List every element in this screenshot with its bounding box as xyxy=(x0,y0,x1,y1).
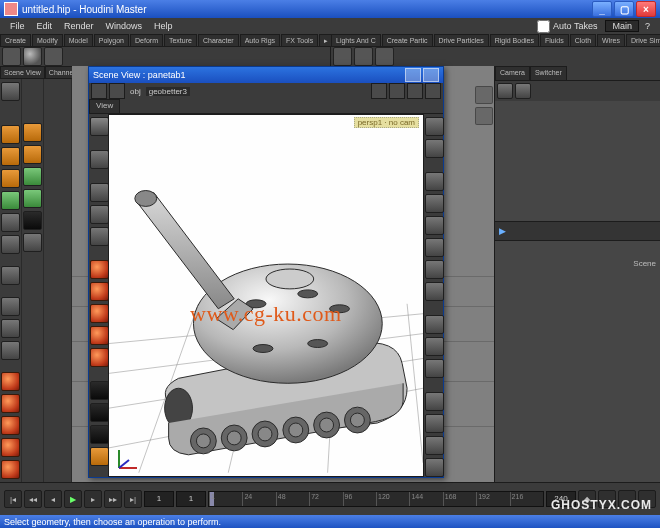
fw-render-3-icon[interactable] xyxy=(90,304,109,323)
arrow-tool-icon[interactable] xyxy=(1,82,20,101)
path-gear-icon[interactable] xyxy=(407,83,423,99)
tl-play-icon[interactable]: ▶ xyxy=(64,490,82,508)
shelf-tube-icon[interactable] xyxy=(44,47,63,66)
fwr-display-2-icon[interactable] xyxy=(425,194,444,213)
vp-eye-icon[interactable] xyxy=(475,107,493,125)
fwr-display-6-icon[interactable] xyxy=(425,282,444,301)
crumb-obj[interactable]: obj xyxy=(127,87,144,96)
fwr-misc-1-icon[interactable] xyxy=(425,392,444,411)
select-tool-icon[interactable] xyxy=(1,266,20,285)
shelf-tab-drivesimula[interactable]: Drive Simula xyxy=(626,34,660,46)
tool-orange-3-icon[interactable] xyxy=(1,169,20,188)
tl-prev-icon[interactable]: ◂ xyxy=(44,490,62,508)
render-tool-4-icon[interactable] xyxy=(1,438,20,457)
fwr-shade-2-icon[interactable] xyxy=(425,337,444,356)
scale-tool-icon[interactable] xyxy=(1,341,20,360)
fw-arrow-icon[interactable] xyxy=(90,150,109,169)
tool2-black-icon[interactable] xyxy=(23,211,42,230)
shelf-right-icon-2[interactable] xyxy=(354,47,373,66)
fwr-display-5-icon[interactable] xyxy=(425,260,444,279)
menu-file[interactable]: File xyxy=(4,21,31,31)
tl-first-icon[interactable]: |◂ xyxy=(4,490,22,508)
floating-min-icon[interactable] xyxy=(405,68,421,82)
fwr-shade-1-icon[interactable] xyxy=(425,315,444,334)
shelf-tab-lights[interactable]: Lights And C xyxy=(331,34,381,46)
fw-render-2-icon[interactable] xyxy=(90,282,109,301)
path-cube-icon[interactable] xyxy=(389,83,405,99)
shelf-sphere-icon[interactable] xyxy=(23,47,42,66)
shelf-tab-driveparticles[interactable]: Drive Particles xyxy=(434,34,489,46)
tab-scene-view[interactable]: Scene View xyxy=(0,66,45,78)
crumb-geo[interactable]: geobetter3 xyxy=(146,87,190,96)
path-help-icon[interactable] xyxy=(425,83,441,99)
render-tool-5-icon[interactable] xyxy=(1,460,20,479)
shelf-tab-deform[interactable]: Deform xyxy=(130,34,163,46)
render-tool-2-icon[interactable] xyxy=(1,394,20,413)
shelf-tab-createpartic[interactable]: Create Partic xyxy=(382,34,433,46)
shelf-tab-cloth[interactable]: Cloth xyxy=(570,34,596,46)
fw-snap-3-icon[interactable] xyxy=(90,425,109,444)
fw-render-5-icon[interactable] xyxy=(90,348,109,367)
shelf-tab-create[interactable]: Create xyxy=(0,34,31,46)
tl-current-field[interactable]: 1 xyxy=(176,491,206,507)
shelf-right-icon-3[interactable] xyxy=(375,47,394,66)
tl-last-icon[interactable]: ▸| xyxy=(124,490,142,508)
floating-viewport[interactable]: persp1 · no cam xyxy=(108,114,424,477)
shelf-tab-modify[interactable]: Modify xyxy=(32,34,63,46)
shelf-tab-rigidbodies[interactable]: Rigid Bodies xyxy=(490,34,539,46)
menu-windows[interactable]: Windows xyxy=(100,21,149,31)
tl-opt-1-icon[interactable] xyxy=(598,490,616,508)
fw-cplane-icon[interactable] xyxy=(90,447,109,466)
tab-camera[interactable]: Camera xyxy=(495,66,530,80)
take-dropdown[interactable]: Main xyxy=(605,20,639,32)
rp-menu-icon[interactable] xyxy=(515,83,531,99)
fwr-misc-2-icon[interactable] xyxy=(425,414,444,433)
floating-max-icon[interactable] xyxy=(423,68,439,82)
timeline-track[interactable]: 124487296120144168192216 xyxy=(208,491,544,507)
rotate-tool-icon[interactable] xyxy=(1,319,20,338)
render-tool-3-icon[interactable] xyxy=(1,416,20,435)
menu-edit[interactable]: Edit xyxy=(31,21,59,31)
fw-snap-1-icon[interactable] xyxy=(90,381,109,400)
shelf-right-icon-1[interactable] xyxy=(333,47,352,66)
fwr-misc-4-icon[interactable] xyxy=(425,458,444,477)
tool2-orange-2-icon[interactable] xyxy=(23,145,42,164)
tool2-green-2-icon[interactable] xyxy=(23,189,42,208)
fwr-pin-icon[interactable] xyxy=(425,117,444,136)
fwr-display-3-icon[interactable] xyxy=(425,216,444,235)
tool-orange-1-icon[interactable] xyxy=(1,125,20,144)
fwr-camera-icon[interactable] xyxy=(425,139,444,158)
path-icon-1[interactable] xyxy=(371,83,387,99)
fw-snap-2-icon[interactable] xyxy=(90,403,109,422)
tl-start-field[interactable]: 1 xyxy=(144,491,174,507)
menu-help[interactable]: Help xyxy=(148,21,179,31)
auto-takes-checkbox[interactable] xyxy=(537,20,550,33)
tool2-orange-1-icon[interactable] xyxy=(23,123,42,142)
shelf-tab-texture[interactable]: Texture xyxy=(164,34,197,46)
render-tool-1-icon[interactable] xyxy=(1,372,20,391)
tool2-grey-1-icon[interactable] xyxy=(23,233,42,252)
move-tool-icon[interactable] xyxy=(1,297,20,316)
close-button[interactable]: × xyxy=(636,1,656,17)
shelf-tab-fluids[interactable]: Fluids xyxy=(540,34,569,46)
shelf-tab-fxtools[interactable]: FX Tools xyxy=(281,34,318,46)
path-fwd-icon[interactable] xyxy=(109,83,125,99)
tl-key-icon[interactable]: ◆ xyxy=(578,490,596,508)
vp-pin-icon[interactable] xyxy=(475,86,493,104)
tl-prevkey-icon[interactable]: ◂◂ xyxy=(24,490,42,508)
play-icon[interactable]: ▶ xyxy=(499,226,506,236)
fw-render-1-icon[interactable] xyxy=(90,260,109,279)
rp-section-bar[interactable]: ▶ xyxy=(495,221,660,241)
view-tab[interactable]: View xyxy=(89,99,120,113)
shelf-tab-character[interactable]: Character xyxy=(198,34,239,46)
tool-orange-2-icon[interactable] xyxy=(1,147,20,166)
tool-grey-2-icon[interactable] xyxy=(1,235,20,254)
fwr-shade-3-icon[interactable] xyxy=(425,359,444,378)
fwr-display-1-icon[interactable] xyxy=(425,172,444,191)
tl-opt-3-icon[interactable] xyxy=(638,490,656,508)
menu-render[interactable]: Render xyxy=(58,21,100,31)
fwr-display-4-icon[interactable] xyxy=(425,238,444,257)
tl-end-field[interactable]: 240 xyxy=(546,491,576,507)
shelf-box-icon[interactable] xyxy=(2,47,21,66)
help-icon[interactable]: ? xyxy=(639,21,656,31)
